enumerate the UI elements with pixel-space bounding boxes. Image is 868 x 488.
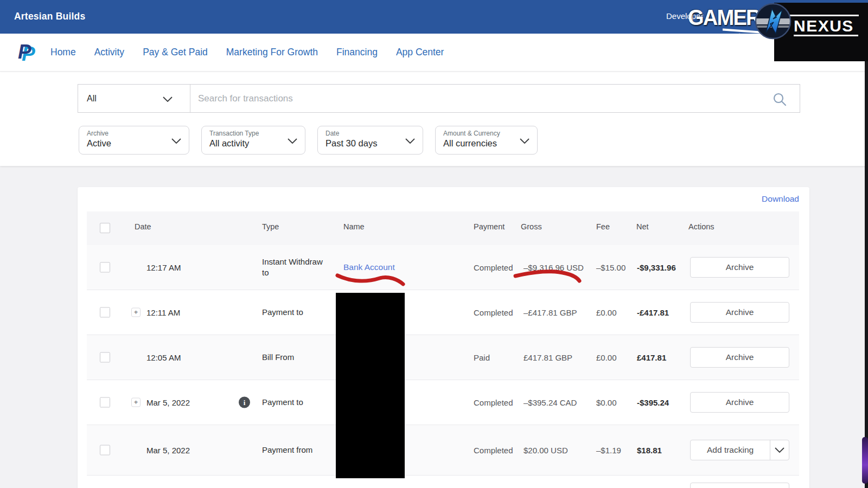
archive-button[interactable]: Archive (690, 257, 789, 278)
cell-payment-status: Completed (474, 308, 513, 317)
archive-button[interactable]: Archive (690, 392, 789, 413)
cell-fee: –$1.19 (596, 446, 621, 455)
cell-date: 12:05 AM (146, 353, 181, 362)
column-header-date: Date (135, 222, 151, 231)
column-header-fee: Fee (596, 222, 610, 231)
row-checkbox[interactable] (100, 262, 110, 273)
cell-payment-status: Completed (474, 398, 513, 407)
cell-net: £417.81 (637, 353, 666, 362)
filter-row: ArchiveActiveTransaction TypeAll activit… (79, 126, 538, 155)
nav-item-financing[interactable]: Financing (336, 47, 378, 58)
cell-date: 12:17 AM (146, 263, 181, 272)
cell-payment-status: Completed (474, 263, 513, 272)
download-link[interactable]: Download (762, 194, 799, 204)
filter-value: All currencies (443, 137, 515, 149)
column-header-name: Name (343, 222, 365, 231)
paypal-logo-icon[interactable]: P P (18, 42, 33, 63)
search-input[interactable] (190, 85, 800, 112)
cell-fee: –$15.00 (596, 263, 626, 272)
cell-gross: –£417.81 GBP (524, 308, 577, 317)
page: Artesian Builds Developer P P HomeActivi… (0, 0, 868, 488)
cell-date: 12:11 AM (146, 308, 180, 317)
account-name: Artesian Builds (14, 11, 85, 22)
expand-row-button[interactable]: + (131, 308, 141, 317)
expand-row-button[interactable]: + (131, 398, 141, 407)
nav-item-marketing-for-growth[interactable]: Marketing For Growth (226, 47, 318, 58)
action-label: Archive (726, 262, 754, 272)
column-header-gross: Gross (521, 222, 542, 231)
cell-type: Instant Withdraw to (262, 256, 331, 279)
gamersnexus-emblem-icon (754, 2, 792, 40)
table-row: Mar 5, 2022Payment fromCompleted$20.00 U… (87, 425, 799, 476)
info-icon[interactable]: i (239, 397, 250, 408)
row-checkbox[interactable] (100, 445, 110, 455)
filter-label: Date (326, 130, 401, 137)
watermark-nexus-text: NEXUS (794, 17, 854, 35)
table-row: +Mar 5, 2022iPayment toCompleted–$395.24… (87, 380, 799, 425)
filter-label: Transaction Type (209, 130, 283, 137)
select-all-checkbox[interactable] (100, 223, 110, 233)
filter-date[interactable]: DatePast 30 days (317, 126, 423, 155)
nav-item-activity[interactable]: Activity (94, 47, 124, 58)
filter-amount-currency[interactable]: Amount & CurrencyAll currencies (435, 126, 538, 155)
cell-fee: £0.00 (596, 353, 617, 362)
table-row: +12:11 AMPayment toCompleted–£417.81 GBP… (87, 290, 799, 335)
search-scope-dropdown[interactable]: All (78, 85, 190, 112)
nav-item-home[interactable]: Home (50, 47, 76, 58)
row-checkbox[interactable] (100, 397, 110, 408)
chevron-down-icon (163, 97, 173, 102)
cell-payment-status: Paid (474, 353, 490, 362)
cell-net: -£417.81 (637, 308, 669, 317)
cell-type: Payment from (262, 445, 331, 455)
add-tracking-button[interactable]: Add tracking (690, 440, 789, 460)
action-label[interactable]: Add tracking (691, 445, 770, 455)
action-dropdown-toggle[interactable] (770, 440, 789, 460)
cell-net: -$9,331.96 (637, 263, 676, 272)
transaction-searchbar: All (78, 84, 800, 113)
search-scope-value: All (87, 94, 97, 104)
scrollbar-thumb[interactable] (862, 437, 868, 484)
main-navbar: P P HomeActivityPay & Get PaidMarketing … (0, 34, 868, 72)
row-checkbox[interactable] (100, 307, 110, 318)
cell-gross: $20.00 USD (524, 446, 568, 455)
column-header-net: Net (636, 222, 649, 231)
archive-button[interactable]: Archive (690, 347, 789, 368)
chevron-down-icon (171, 138, 181, 144)
cell-date: Mar 5, 2022 (146, 446, 190, 455)
chevron-down-icon (775, 447, 784, 453)
cell-type: Payment to (262, 397, 331, 408)
table-row: 12:05 AMBill FromPaid£417.81 GBP£0.00£41… (87, 335, 799, 380)
cell-net: -$395.24 (637, 398, 669, 407)
cell-name-link[interactable]: Bank Account (343, 262, 395, 272)
nav-item-pay-get-paid[interactable]: Pay & Get Paid (143, 47, 208, 58)
clipped-action-button[interactable] (690, 483, 789, 488)
filter-value: All activity (209, 137, 283, 149)
action-label: Archive (726, 307, 754, 317)
cell-fee: $0.00 (596, 398, 617, 407)
cell-net: $18.81 (637, 446, 662, 455)
watermark-line (788, 15, 859, 16)
action-label: Archive (726, 352, 754, 362)
column-header-actions: Actions (688, 222, 714, 231)
cell-gross: £417.81 GBP (524, 353, 572, 362)
filter-transaction-type[interactable]: Transaction TypeAll activity (201, 126, 305, 155)
nav-items: HomeActivityPay & Get PaidMarketing For … (50, 47, 444, 58)
cell-gross: –$395.24 CAD (524, 398, 577, 407)
column-header-type: Type (262, 222, 279, 231)
filter-value: Active (87, 137, 167, 149)
action-label: Archive (726, 397, 754, 407)
watermark-line (794, 35, 858, 36)
cell-date: Mar 5, 2022 (146, 398, 190, 407)
cell-type: Bill From (262, 352, 331, 363)
cell-payment-status: Completed (474, 446, 513, 455)
cell-type: Payment to (262, 307, 331, 318)
column-header-payment: Payment (474, 222, 505, 231)
filter-label: Amount & Currency (443, 130, 515, 137)
row-checkbox[interactable] (100, 352, 110, 363)
filter-archive[interactable]: ArchiveActive (79, 126, 189, 155)
nav-item-app-center[interactable]: App Center (396, 47, 444, 58)
search-icon[interactable] (773, 92, 787, 106)
cell-fee: £0.00 (596, 308, 617, 317)
table-row: 12:17 AMInstant Withdraw toBank AccountC… (87, 245, 799, 290)
archive-button[interactable]: Archive (690, 302, 789, 323)
